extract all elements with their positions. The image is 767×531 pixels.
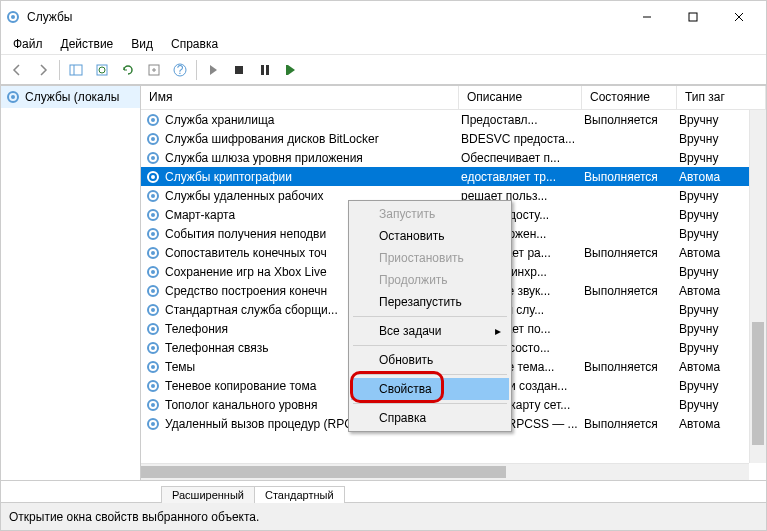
close-button[interactable] bbox=[716, 1, 762, 33]
tab-standard[interactable]: Стандартный bbox=[254, 486, 345, 503]
titlebar: Службы bbox=[1, 1, 766, 33]
svg-point-24 bbox=[151, 156, 155, 160]
context-item: Приостановить bbox=[351, 247, 509, 269]
context-menu: ЗапуститьОстановитьПриостановитьПродолжи… bbox=[348, 200, 512, 432]
gear-icon bbox=[145, 283, 161, 299]
svg-point-28 bbox=[151, 194, 155, 198]
service-desc: едоставляет тр... bbox=[459, 170, 582, 184]
menu-action[interactable]: Действие bbox=[53, 35, 122, 53]
gear-icon bbox=[145, 150, 161, 166]
svg-rect-3 bbox=[689, 13, 697, 21]
service-desc: BDESVC предоста... bbox=[459, 132, 582, 146]
service-state: Выполняется bbox=[582, 246, 677, 260]
service-name: События получения неподви bbox=[165, 227, 326, 241]
service-name: Средство построения конечн bbox=[165, 284, 327, 298]
svg-point-36 bbox=[151, 270, 155, 274]
gear-icon bbox=[145, 378, 161, 394]
svg-point-18 bbox=[11, 95, 15, 99]
svg-point-34 bbox=[151, 251, 155, 255]
service-state: Выполняется bbox=[582, 417, 677, 431]
services-icon bbox=[5, 9, 21, 25]
menu-help[interactable]: Справка bbox=[163, 35, 226, 53]
maximize-button[interactable] bbox=[670, 1, 716, 33]
bottom-tabs: Расширенный Стандартный bbox=[1, 480, 766, 502]
header-description[interactable]: Описание bbox=[459, 86, 582, 109]
minimize-button[interactable] bbox=[624, 1, 670, 33]
gear-icon bbox=[145, 207, 161, 223]
svg-point-46 bbox=[151, 365, 155, 369]
service-name: Служба шлюза уровня приложения bbox=[165, 151, 363, 165]
stop-button[interactable] bbox=[227, 58, 251, 82]
service-state: Выполняется bbox=[582, 170, 677, 184]
context-item[interactable]: Свойства bbox=[351, 378, 509, 400]
svg-point-26 bbox=[151, 175, 155, 179]
tree-item-services[interactable]: Службы (локалы bbox=[1, 86, 140, 108]
toolbar-icon[interactable] bbox=[64, 58, 88, 82]
context-item[interactable]: Все задачи▸ bbox=[351, 320, 509, 342]
vertical-scrollbar[interactable] bbox=[749, 110, 766, 463]
gear-icon bbox=[145, 131, 161, 147]
context-item[interactable]: Обновить bbox=[351, 349, 509, 371]
svg-point-50 bbox=[151, 403, 155, 407]
context-item: Продолжить bbox=[351, 269, 509, 291]
service-name: Служба хранилища bbox=[165, 113, 275, 127]
window-title: Службы bbox=[21, 10, 624, 24]
svg-rect-14 bbox=[261, 65, 264, 75]
svg-rect-16 bbox=[286, 65, 288, 75]
svg-point-52 bbox=[151, 422, 155, 426]
help-button[interactable]: ? bbox=[168, 58, 192, 82]
service-name: Смарт-карта bbox=[165, 208, 235, 222]
gear-icon bbox=[145, 359, 161, 375]
svg-point-40 bbox=[151, 308, 155, 312]
service-name: Службы криптографии bbox=[165, 170, 292, 184]
service-state: Выполняется bbox=[582, 284, 677, 298]
status-text: Открытие окна свойств выбранного объекта… bbox=[9, 510, 259, 524]
forward-button[interactable] bbox=[31, 58, 55, 82]
tree-pane: Службы (локалы bbox=[1, 86, 141, 480]
back-button[interactable] bbox=[5, 58, 29, 82]
gear-icon bbox=[145, 245, 161, 261]
service-row[interactable]: Служба шифрования дисков BitLockerBDESVC… bbox=[141, 129, 766, 148]
scrollbar-thumb[interactable] bbox=[752, 322, 764, 446]
play-button[interactable] bbox=[201, 58, 225, 82]
service-state: Выполняется bbox=[582, 113, 677, 127]
svg-rect-15 bbox=[266, 65, 269, 75]
tab-extended[interactable]: Расширенный bbox=[161, 486, 255, 503]
gear-icon bbox=[145, 169, 161, 185]
svg-rect-13 bbox=[235, 66, 243, 74]
gear-icon bbox=[145, 397, 161, 413]
refresh-button[interactable] bbox=[116, 58, 140, 82]
restart-button[interactable] bbox=[279, 58, 303, 82]
menu-file[interactable]: Файл bbox=[5, 35, 51, 53]
pause-button[interactable] bbox=[253, 58, 277, 82]
context-item[interactable]: Справка bbox=[351, 407, 509, 429]
service-row[interactable]: Служба хранилищаПредоставл...Выполняется… bbox=[141, 110, 766, 129]
service-name: Темы bbox=[165, 360, 195, 374]
service-name: Теневое копирование тома bbox=[165, 379, 316, 393]
scrollbar-thumb[interactable] bbox=[141, 466, 506, 478]
toolbar: ? bbox=[1, 55, 766, 85]
service-row[interactable]: Служба шлюза уровня приложенияОбеспечива… bbox=[141, 148, 766, 167]
service-row[interactable]: Службы криптографииедоставляет тр...Выпо… bbox=[141, 167, 766, 186]
header-startup[interactable]: Тип заг bbox=[677, 86, 766, 109]
service-name: Удаленный вызов процедур (RPC) bbox=[165, 417, 357, 431]
header-state[interactable]: Состояние bbox=[582, 86, 677, 109]
context-item[interactable]: Перезапустить bbox=[351, 291, 509, 313]
statusbar: Открытие окна свойств выбранного объекта… bbox=[1, 502, 766, 530]
toolbar-icon[interactable] bbox=[90, 58, 114, 82]
export-button[interactable] bbox=[142, 58, 166, 82]
service-name: Телефонная связь bbox=[165, 341, 268, 355]
service-name: Сопоставитель конечных точ bbox=[165, 246, 327, 260]
context-item[interactable]: Остановить bbox=[351, 225, 509, 247]
svg-point-42 bbox=[151, 327, 155, 331]
context-separator bbox=[353, 345, 507, 346]
context-separator bbox=[353, 374, 507, 375]
menu-view[interactable]: Вид bbox=[123, 35, 161, 53]
tree-item-label: Службы (локалы bbox=[25, 90, 119, 104]
service-name: Служба шифрования дисков BitLocker bbox=[165, 132, 379, 146]
svg-point-1 bbox=[11, 15, 15, 19]
service-state: Выполняется bbox=[582, 360, 677, 374]
horizontal-scrollbar[interactable] bbox=[141, 463, 749, 480]
service-name: Сохранение игр на Xbox Live bbox=[165, 265, 327, 279]
header-name[interactable]: Имя bbox=[141, 86, 459, 109]
